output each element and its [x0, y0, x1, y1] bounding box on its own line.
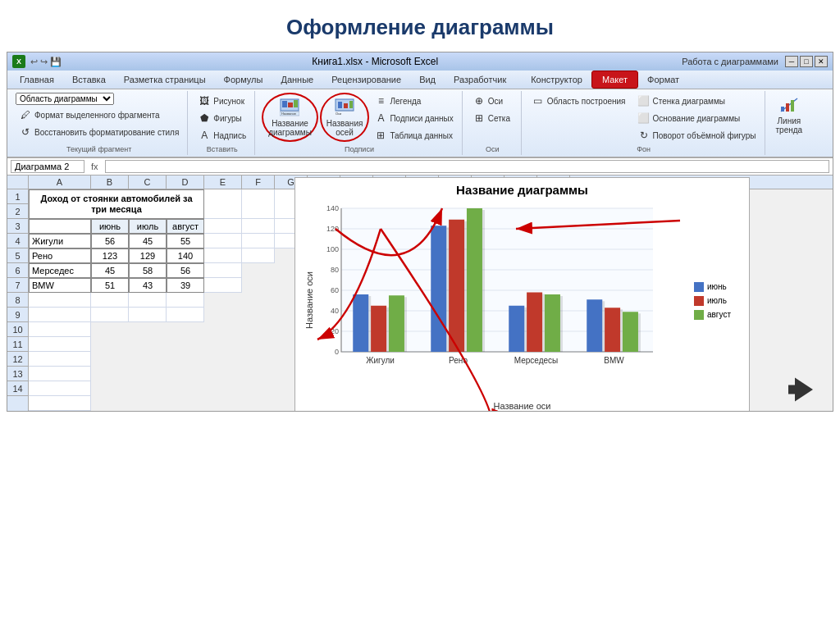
cell-a6[interactable]: BMW — [29, 278, 91, 293]
tab-maket[interactable]: Макет — [591, 71, 638, 89]
cell-f4[interactable] — [242, 248, 275, 263]
shapes-btn[interactable]: ⬟ Фигуры — [194, 110, 244, 126]
cell-c5[interactable]: 58 — [129, 263, 167, 278]
col-F[interactable]: F — [242, 175, 275, 189]
row-7[interactable]: 7 — [7, 278, 28, 293]
cell-b3[interactable]: 56 — [91, 234, 129, 248]
tab-formuly[interactable]: Формулы — [215, 71, 272, 89]
plot-area-btn[interactable]: ▭ Область построения — [528, 93, 629, 109]
minimize-btn[interactable]: ─ — [785, 56, 798, 67]
cell-c3[interactable]: 45 — [129, 234, 167, 248]
area-dropdown[interactable]: Область диаграммы — [16, 93, 114, 105]
tab-format[interactable]: Формат — [638, 71, 688, 89]
cell-e1[interactable] — [204, 189, 242, 219]
cell-d4[interactable]: 140 — [167, 248, 204, 263]
col-A[interactable]: A — [29, 175, 91, 189]
cell-b8[interactable] — [91, 308, 129, 322]
cell-c2[interactable]: июль — [129, 219, 167, 234]
row-4[interactable]: 4 — [7, 234, 28, 248]
row-14[interactable]: 14 — [7, 381, 28, 396]
wall-btn[interactable]: ⬜ Стенка диаграммы — [634, 93, 760, 109]
cell-b5[interactable]: 45 — [91, 263, 129, 278]
cell-e3[interactable] — [204, 234, 242, 248]
cell-c8[interactable] — [129, 308, 167, 322]
cell-d3[interactable]: 55 — [167, 234, 204, 248]
legend-btn[interactable]: ≡ Легенда — [371, 93, 424, 109]
col-C[interactable]: C — [129, 175, 167, 189]
cell-b6[interactable]: 51 — [91, 278, 129, 293]
chart-container[interactable]: Название диаграммы Название оси июнь — [294, 177, 750, 411]
grid-btn[interactable]: ⊞ Сетка — [469, 110, 514, 126]
formula-input[interactable] — [105, 160, 829, 173]
cell-e4[interactable] — [204, 248, 242, 263]
cell-d6[interactable]: 39 — [167, 278, 204, 293]
tab-retsenz[interactable]: Рецензирование — [322, 71, 410, 89]
cell-f3[interactable] — [242, 234, 275, 248]
cell-a14[interactable] — [29, 396, 91, 411]
cell-a12[interactable] — [29, 367, 91, 381]
cell-d2[interactable]: август — [167, 219, 204, 234]
tab-razmetka[interactable]: Разметка страницы — [115, 71, 215, 89]
col-E[interactable]: E — [204, 175, 242, 189]
col-D[interactable]: D — [167, 175, 204, 189]
cell-c7[interactable] — [129, 293, 167, 308]
tab-vstavka[interactable]: Вставка — [63, 71, 115, 89]
cell-f2[interactable] — [242, 219, 275, 234]
tab-razrab[interactable]: Разработчик — [445, 71, 515, 89]
chart-title-btn[interactable]: Название Названиедиаграммы — [262, 93, 318, 142]
row-9[interactable]: 9 — [7, 308, 28, 322]
cell-a1[interactable]: Доход от стоянки автомобилей за три меся… — [29, 189, 204, 219]
base-btn[interactable]: ⬜ Основание диаграммы — [634, 110, 760, 126]
cell-a7[interactable] — [29, 293, 91, 308]
data-labels-btn[interactable]: A Подписи данных — [371, 110, 456, 126]
tab-vid[interactable]: Вид — [410, 71, 445, 89]
cell-a5[interactable]: Мерседес — [29, 263, 91, 278]
col-B[interactable]: B — [91, 175, 129, 189]
format-selected-btn[interactable]: 🖊 Формат выделенного фрагмента — [16, 107, 163, 123]
cell-f1[interactable] — [242, 189, 275, 219]
cell-b7[interactable] — [91, 293, 129, 308]
close-btn[interactable]: ✕ — [815, 56, 828, 67]
row-6[interactable]: 6 — [7, 263, 28, 278]
maximize-btn[interactable]: □ — [800, 56, 813, 67]
row-5[interactable]: 5 — [7, 248, 28, 263]
row-3[interactable]: 3 — [7, 219, 28, 234]
cell-a2[interactable] — [29, 219, 91, 234]
restore-style-btn[interactable]: ↺ Восстановить форматирование стиля — [16, 124, 182, 140]
data-table-btn[interactable]: ⊞ Таблица данных — [371, 127, 456, 144]
tab-glavnaya[interactable]: Главная — [11, 71, 63, 89]
cell-d5[interactable]: 56 — [167, 263, 204, 278]
axes-btn[interactable]: ⊕ Оси — [469, 93, 506, 109]
cell-a10[interactable] — [29, 337, 91, 352]
cell-a4[interactable]: Рено — [29, 248, 91, 263]
row-13[interactable]: 13 — [7, 367, 28, 381]
tab-dannye[interactable]: Данные — [272, 71, 322, 89]
cell-b2[interactable]: июнь — [91, 219, 129, 234]
row-8[interactable]: 8 — [7, 293, 28, 308]
cell-e5[interactable] — [204, 263, 242, 278]
row-10[interactable]: 10 — [7, 322, 28, 337]
row-2[interactable]: 2 — [7, 204, 28, 219]
trendline-btn[interactable]: Линиятренда — [772, 93, 807, 137]
cell-e6[interactable] — [204, 278, 242, 293]
row-11[interactable]: 11 — [7, 337, 28, 352]
axes-titles-btn[interactable]: Оси Названияосей — [320, 93, 370, 142]
row-1[interactable]: 1 — [7, 189, 28, 204]
cell-d8[interactable] — [167, 308, 204, 322]
cell-c4[interactable]: 129 — [129, 248, 167, 263]
name-box[interactable] — [11, 160, 84, 173]
cell-a3[interactable]: Жигули — [29, 234, 91, 248]
formula-func-btn[interactable]: fx — [88, 162, 102, 171]
cell-b4[interactable]: 123 — [91, 248, 129, 263]
window-controls[interactable]: ─ □ ✕ — [785, 56, 828, 67]
cell-c6[interactable]: 43 — [129, 278, 167, 293]
cell-a9[interactable] — [29, 322, 91, 337]
rotate-btn[interactable]: ↻ Поворот объёмной фигуры — [634, 127, 760, 144]
picture-btn[interactable]: 🖼 Рисунок — [194, 93, 248, 109]
row-12[interactable]: 12 — [7, 352, 28, 367]
cell-a13[interactable] — [29, 381, 91, 396]
cell-d7[interactable] — [167, 293, 204, 308]
tab-konstruktor[interactable]: Конструктор — [522, 71, 591, 89]
textbox-btn[interactable]: A Надпись — [194, 127, 249, 144]
cell-a8[interactable] — [29, 308, 91, 322]
